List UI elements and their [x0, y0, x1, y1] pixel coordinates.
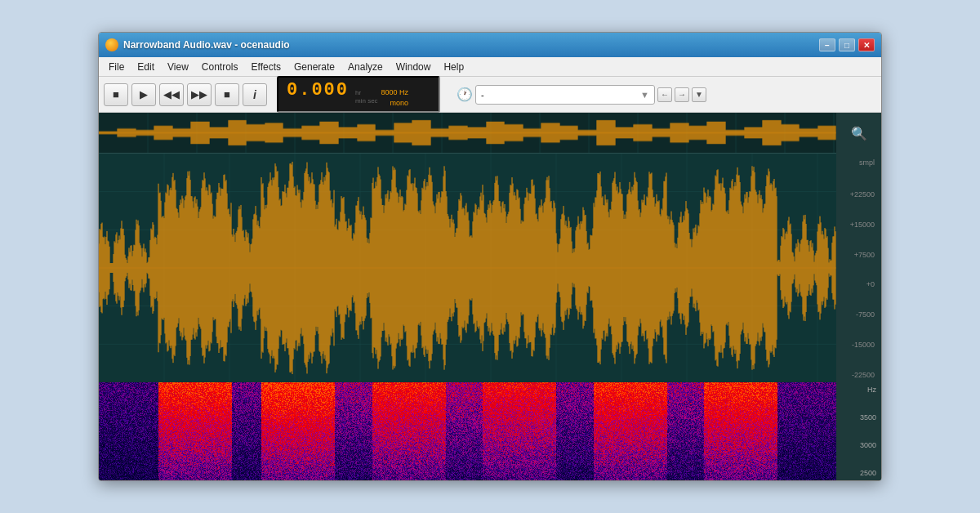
stop-button[interactable]: ■ [104, 83, 128, 106]
menu-window[interactable]: Window [390, 60, 438, 74]
main-waveform [99, 154, 836, 382]
toolbar: ■ ▶ ◀◀ ▶▶ ■ i 0.000 hr min sec 8000 Hz m… [99, 77, 881, 113]
info-button[interactable]: i [243, 83, 267, 106]
waveform-scale: smpl +22500 +15000 +7500 +0 -7500 -15000… [836, 154, 881, 382]
waveform-canvas[interactable] [99, 154, 836, 382]
fast-forward-button[interactable]: ▶▶ [187, 83, 212, 106]
hz-2500: 2500 [840, 469, 878, 477]
time-value: 0.000 [287, 80, 349, 100]
history-dropdown[interactable]: - ▼ [475, 85, 655, 105]
dropdown-arrow-icon: ▼ [640, 90, 649, 100]
play-button[interactable]: ▶ [131, 83, 156, 106]
main-content: 🔍 smpl +22500 +15000 +7500 +0 -7500 -150… [99, 113, 881, 480]
spectrogram-scale: Hz 3500 3000 2500 [836, 382, 881, 480]
back-button[interactable]: ← [657, 87, 672, 102]
scale-top: 🔍 [836, 113, 881, 154]
main-window: Narrowband Audio.wav - ocenaudio − □ ✕ F… [98, 32, 882, 481]
hz-3500: 3500 [840, 413, 878, 422]
more-options-button[interactable]: ▼ [692, 87, 706, 102]
close-button[interactable]: ✕ [858, 38, 875, 51]
spectrogram [99, 382, 836, 480]
menu-file[interactable]: File [102, 60, 131, 74]
minsec-label: min sec [355, 97, 378, 105]
time-display: 0.000 hr min sec 8000 Hz mono [277, 76, 440, 112]
scale-15000-pos: +15000 [840, 221, 878, 229]
rewind-button[interactable]: ◀◀ [159, 83, 184, 106]
freq-info: 8000 Hz mono [381, 87, 409, 108]
menu-help[interactable]: Help [437, 60, 470, 74]
scale-7500-neg: -7500 [840, 310, 878, 319]
menu-bar: File Edit View Controls Effects Generate… [99, 57, 881, 77]
scale-22500-neg: -22500 [840, 371, 878, 379]
menu-analyze[interactable]: Analyze [341, 60, 390, 74]
title-bar: Narrowband Audio.wav - ocenaudio − □ ✕ [99, 33, 881, 57]
history-area: 🕐 - ▼ ← → ▼ [457, 85, 706, 105]
forward-button[interactable]: → [675, 87, 689, 102]
freq-value: 8000 Hz [381, 87, 409, 98]
title-controls: − □ ✕ [819, 38, 875, 51]
overview-canvas[interactable] [99, 113, 836, 154]
title-bar-left: Narrowband Audio.wav - ocenaudio [105, 38, 290, 51]
menu-view[interactable]: View [161, 60, 195, 74]
history-value: - [481, 90, 484, 100]
hz-3000: 3000 [840, 441, 878, 449]
scale-22500-pos: +22500 [840, 190, 878, 199]
channel-value: mono [381, 98, 409, 109]
overview-waveform [99, 113, 836, 153]
waveform-area [99, 113, 836, 480]
time-labels: hr min sec [355, 89, 378, 105]
clock-icon: 🕐 [457, 87, 473, 102]
spectrogram-canvas[interactable] [99, 382, 836, 480]
hours-label: hr [355, 89, 378, 96]
scale-7500-pos: +7500 [840, 251, 878, 259]
maximize-button[interactable]: □ [839, 38, 855, 51]
zoom-icon[interactable]: 🔍 [851, 126, 867, 141]
app-icon [105, 38, 118, 51]
menu-edit[interactable]: Edit [131, 60, 161, 74]
scale-bar: 🔍 smpl +22500 +15000 +7500 +0 -7500 -150… [836, 113, 881, 480]
window-title: Narrowband Audio.wav - ocenaudio [123, 39, 290, 51]
menu-generate[interactable]: Generate [287, 60, 341, 74]
minimize-button[interactable]: − [819, 38, 835, 51]
stop-square-button[interactable]: ■ [215, 83, 239, 106]
scale-0: +0 [840, 280, 878, 288]
menu-effects[interactable]: Effects [245, 60, 287, 74]
menu-controls[interactable]: Controls [195, 60, 245, 74]
smpl-label: smpl [840, 157, 878, 168]
hz-label: Hz [840, 386, 878, 394]
scale-15000-neg: -15000 [840, 341, 878, 349]
